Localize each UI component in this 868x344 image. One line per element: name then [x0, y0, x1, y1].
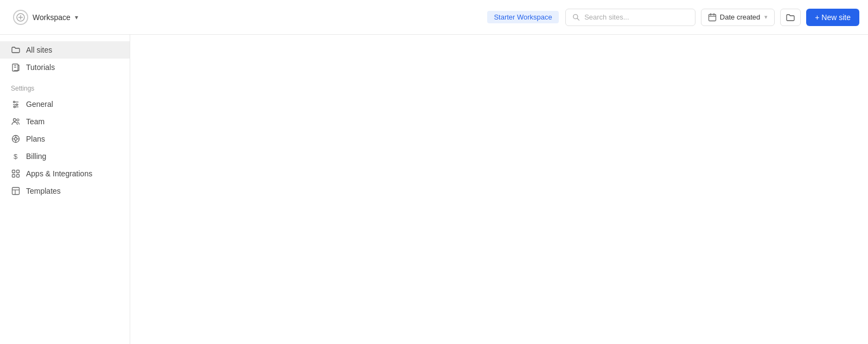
search-icon — [572, 13, 580, 22]
svg-rect-29 — [12, 175, 15, 177]
folder-icon — [11, 46, 21, 54]
plans-icon — [11, 135, 21, 143]
layout: All sites Tutorials Settings — [0, 35, 868, 344]
main-content — [130, 35, 868, 344]
sidebar-plans-label: Plans — [26, 135, 45, 143]
date-filter-chevron-icon: ▾ — [764, 14, 768, 21]
header-right: Date created ▾ + New site — [565, 9, 859, 26]
sidebar: All sites Tutorials Settings — [0, 35, 130, 344]
header: Workspace ▾ Starter Workspace Date creat… — [0, 0, 868, 35]
sidebar-item-billing[interactable]: $ Billing — [0, 148, 130, 165]
date-filter-label: Date created — [720, 13, 760, 21]
svg-rect-31 — [12, 188, 20, 195]
search-input[interactable] — [584, 13, 688, 21]
sidebar-item-general[interactable]: General — [0, 95, 130, 113]
new-site-button[interactable]: + New site — [806, 9, 859, 26]
date-filter-button[interactable]: Date created ▾ — [701, 9, 775, 26]
svg-rect-28 — [17, 170, 20, 173]
svg-rect-27 — [12, 170, 15, 173]
svg-point-21 — [15, 138, 17, 141]
svg-line-4 — [577, 18, 579, 20]
svg-rect-30 — [17, 175, 20, 177]
folder-icon — [786, 13, 795, 22]
starter-workspace-badge[interactable]: Starter Workspace — [487, 11, 558, 23]
svg-point-15 — [16, 104, 18, 106]
workspace-label: Workspace — [33, 13, 71, 22]
sidebar-templates-label: Templates — [26, 187, 61, 195]
workspace-icon — [13, 10, 28, 25]
sidebar-item-templates[interactable]: Templates — [0, 182, 130, 200]
users-icon — [11, 117, 21, 126]
sidebar-billing-label: Billing — [26, 152, 46, 161]
settings-section-label: Settings — [0, 76, 130, 95]
sidebar-tutorials-label: Tutorials — [26, 63, 55, 72]
sidebar-item-plans[interactable]: Plans — [0, 130, 130, 148]
sidebar-all-sites-label: All sites — [26, 46, 52, 54]
svg-point-19 — [17, 119, 19, 121]
svg-point-18 — [14, 119, 16, 122]
sidebar-team-label: Team — [26, 117, 44, 126]
svg-point-17 — [14, 106, 16, 108]
apps-icon — [11, 169, 21, 178]
svg-point-13 — [14, 101, 15, 103]
folder-button[interactable] — [780, 9, 801, 26]
workspace-selector[interactable]: Workspace ▾ — [9, 7, 82, 28]
sliders-icon — [11, 100, 21, 109]
calendar-icon — [708, 13, 717, 22]
sidebar-apps-label: Apps & Integrations — [26, 169, 92, 178]
svg-rect-5 — [709, 14, 716, 21]
sidebar-item-all-sites[interactable]: All sites — [0, 41, 130, 59]
dollar-icon: $ — [11, 152, 21, 161]
svg-text:$: $ — [14, 152, 18, 161]
sidebar-item-team[interactable]: Team — [0, 113, 130, 130]
sidebar-item-tutorials[interactable]: Tutorials — [0, 59, 130, 76]
templates-icon — [11, 187, 21, 195]
search-bar[interactable] — [565, 9, 695, 26]
sidebar-general-label: General — [26, 100, 53, 109]
chevron-down-icon: ▾ — [75, 14, 78, 21]
sidebar-item-apps-integrations[interactable]: Apps & Integrations — [0, 165, 130, 182]
book-icon — [11, 63, 21, 72]
